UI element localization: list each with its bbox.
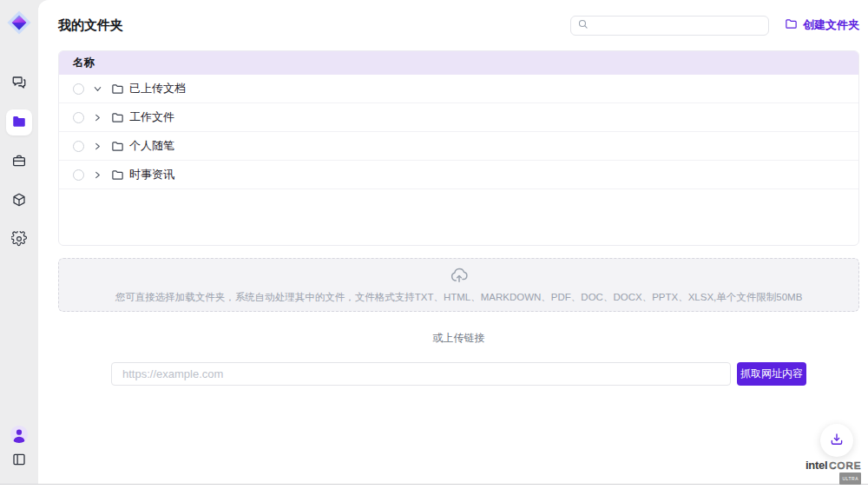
download-fab[interactable] [820, 424, 853, 457]
fetch-url-button[interactable]: 抓取网址内容 [737, 362, 806, 386]
sidebar-item-settings[interactable] [6, 227, 32, 253]
folder-name: 个人随笔 [129, 138, 174, 154]
page-title: 我的文件夹 [58, 17, 123, 34]
name-column-header: 名称 [73, 56, 95, 70]
sidebar-item-workspace[interactable] [6, 149, 32, 175]
folder-icon [11, 114, 27, 132]
avatar[interactable] [10, 425, 29, 444]
panel-toggle-button[interactable] [11, 452, 27, 467]
row-checkbox[interactable] [73, 141, 84, 152]
folder-plus-icon [785, 17, 798, 33]
download-icon [829, 432, 845, 450]
folder-icon [111, 83, 124, 96]
row-checkbox[interactable] [73, 169, 84, 181]
create-folder-label: 创建文件夹 [803, 17, 859, 33]
row-checkbox[interactable] [73, 83, 84, 95]
chevron-right-icon[interactable] [91, 111, 103, 123]
folder-icon [111, 111, 124, 124]
folder-row-uploaded-docs[interactable]: 已上传文档 [59, 75, 858, 103]
create-folder-button[interactable]: 创建文件夹 [785, 17, 859, 33]
chat-icon [11, 75, 27, 93]
avatar-icon [10, 433, 29, 446]
upload-dropzone[interactable]: 您可直接选择加载文件夹，系统自动处理其中的文件，文件格式支持TXT、HTML、M… [58, 258, 859, 312]
folder-name: 工作文件 [129, 109, 174, 125]
or-upload-link-label: 或上传链接 [58, 331, 859, 346]
table-header-row: 名称 [59, 51, 858, 75]
app-window: 我的文件夹 创建文件夹 名称 [0, 0, 868, 485]
folder-row-work-files[interactable]: 工作文件 [59, 103, 858, 132]
upload-hint-text: 您可直接选择加载文件夹，系统自动处理其中的文件，文件格式支持TXT、HTML、M… [115, 291, 803, 304]
ultra-badge: ultra [839, 472, 861, 485]
chevron-right-icon[interactable] [91, 169, 103, 181]
search-input[interactable] [593, 19, 762, 31]
folder-table: 名称 已上传文档 工作文件 [58, 50, 859, 246]
folder-icon [111, 140, 124, 153]
app-logo-icon[interactable] [6, 10, 32, 36]
sidebar-item-folders[interactable] [6, 109, 32, 135]
intel-wordmark: intel [806, 459, 827, 472]
folder-icon [111, 169, 124, 182]
panel-toggle-icon [11, 457, 27, 470]
cube-icon [11, 192, 27, 210]
search-icon [577, 17, 589, 33]
cloud-upload-icon [450, 266, 469, 288]
folder-name: 已上传文档 [129, 81, 186, 96]
chevron-down-icon[interactable] [91, 83, 103, 95]
sidebar-bottom [10, 425, 29, 467]
page-header: 我的文件夹 创建文件夹 [58, 0, 859, 50]
folder-row-news[interactable]: 时事资讯 [59, 161, 858, 189]
sidebar-item-models[interactable] [6, 188, 32, 214]
url-upload-row: 抓取网址内容 [58, 362, 859, 386]
row-checkbox[interactable] [73, 112, 84, 123]
intel-core-logo: intelcore ultra [806, 459, 861, 485]
chevron-right-icon[interactable] [91, 140, 103, 152]
main-content: 我的文件夹 创建文件夹 名称 [38, 0, 868, 484]
folder-row-personal-notes[interactable]: 个人随笔 [59, 132, 858, 161]
gear-icon [11, 231, 27, 249]
url-input[interactable] [111, 362, 731, 386]
sidebar-item-chat[interactable] [6, 70, 32, 96]
search-box[interactable] [570, 16, 769, 36]
sidebar-nav [6, 70, 32, 266]
folder-name: 时事资讯 [129, 167, 174, 182]
briefcase-icon [11, 153, 27, 171]
sidebar [0, 0, 38, 484]
core-wordmark: core [829, 460, 861, 471]
